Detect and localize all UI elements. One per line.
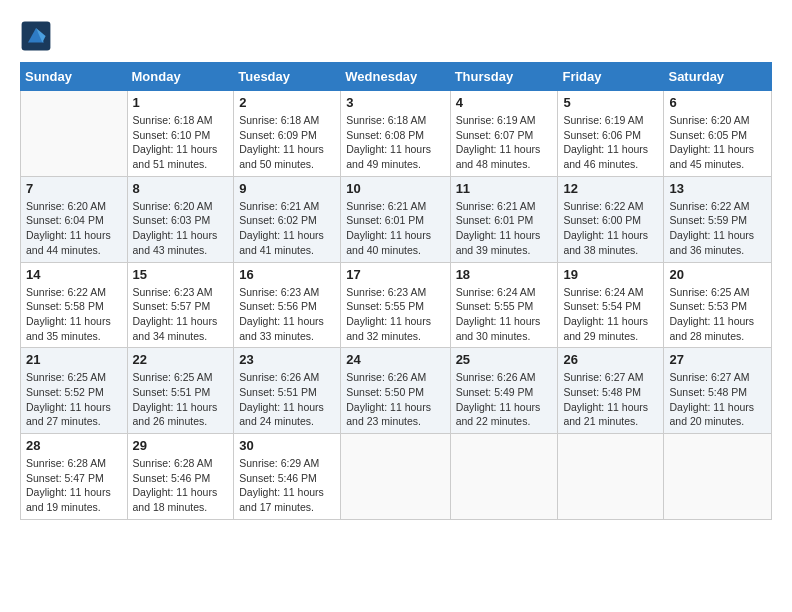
day-info: Sunrise: 6:27 AMSunset: 5:48 PMDaylight:… — [669, 370, 766, 429]
day-info: Sunrise: 6:28 AMSunset: 5:46 PMDaylight:… — [133, 456, 229, 515]
day-info: Sunrise: 6:28 AMSunset: 5:47 PMDaylight:… — [26, 456, 122, 515]
day-cell: 26Sunrise: 6:27 AMSunset: 5:48 PMDayligh… — [558, 348, 664, 434]
day-info: Sunrise: 6:20 AMSunset: 6:04 PMDaylight:… — [26, 199, 122, 258]
day-number: 12 — [563, 181, 658, 196]
day-number: 23 — [239, 352, 335, 367]
day-info: Sunrise: 6:21 AMSunset: 6:01 PMDaylight:… — [456, 199, 553, 258]
day-info: Sunrise: 6:20 AMSunset: 6:03 PMDaylight:… — [133, 199, 229, 258]
day-cell: 18Sunrise: 6:24 AMSunset: 5:55 PMDayligh… — [450, 262, 558, 348]
day-number: 28 — [26, 438, 122, 453]
day-number: 3 — [346, 95, 444, 110]
header — [20, 20, 772, 52]
day-number: 18 — [456, 267, 553, 282]
week-row-2: 7Sunrise: 6:20 AMSunset: 6:04 PMDaylight… — [21, 176, 772, 262]
week-row-1: 1Sunrise: 6:18 AMSunset: 6:10 PMDaylight… — [21, 91, 772, 177]
day-number: 20 — [669, 267, 766, 282]
day-cell: 25Sunrise: 6:26 AMSunset: 5:49 PMDayligh… — [450, 348, 558, 434]
day-info: Sunrise: 6:23 AMSunset: 5:57 PMDaylight:… — [133, 285, 229, 344]
day-cell — [341, 434, 450, 520]
header-row: SundayMondayTuesdayWednesdayThursdayFrid… — [21, 63, 772, 91]
day-number: 22 — [133, 352, 229, 367]
day-number: 6 — [669, 95, 766, 110]
day-number: 27 — [669, 352, 766, 367]
header-cell-thursday: Thursday — [450, 63, 558, 91]
header-cell-wednesday: Wednesday — [341, 63, 450, 91]
day-cell — [21, 91, 128, 177]
day-cell: 20Sunrise: 6:25 AMSunset: 5:53 PMDayligh… — [664, 262, 772, 348]
day-cell: 12Sunrise: 6:22 AMSunset: 6:00 PMDayligh… — [558, 176, 664, 262]
day-info: Sunrise: 6:25 AMSunset: 5:51 PMDaylight:… — [133, 370, 229, 429]
day-number: 8 — [133, 181, 229, 196]
day-cell — [664, 434, 772, 520]
day-number: 4 — [456, 95, 553, 110]
day-info: Sunrise: 6:24 AMSunset: 5:54 PMDaylight:… — [563, 285, 658, 344]
day-info: Sunrise: 6:29 AMSunset: 5:46 PMDaylight:… — [239, 456, 335, 515]
header-cell-monday: Monday — [127, 63, 234, 91]
day-info: Sunrise: 6:18 AMSunset: 6:10 PMDaylight:… — [133, 113, 229, 172]
day-info: Sunrise: 6:24 AMSunset: 5:55 PMDaylight:… — [456, 285, 553, 344]
day-cell: 8Sunrise: 6:20 AMSunset: 6:03 PMDaylight… — [127, 176, 234, 262]
week-row-3: 14Sunrise: 6:22 AMSunset: 5:58 PMDayligh… — [21, 262, 772, 348]
day-number: 16 — [239, 267, 335, 282]
header-cell-sunday: Sunday — [21, 63, 128, 91]
day-info: Sunrise: 6:22 AMSunset: 5:59 PMDaylight:… — [669, 199, 766, 258]
day-info: Sunrise: 6:26 AMSunset: 5:51 PMDaylight:… — [239, 370, 335, 429]
day-number: 21 — [26, 352, 122, 367]
day-cell: 2Sunrise: 6:18 AMSunset: 6:09 PMDaylight… — [234, 91, 341, 177]
day-info: Sunrise: 6:22 AMSunset: 6:00 PMDaylight:… — [563, 199, 658, 258]
day-cell: 28Sunrise: 6:28 AMSunset: 5:47 PMDayligh… — [21, 434, 128, 520]
day-info: Sunrise: 6:20 AMSunset: 6:05 PMDaylight:… — [669, 113, 766, 172]
day-cell: 30Sunrise: 6:29 AMSunset: 5:46 PMDayligh… — [234, 434, 341, 520]
day-number: 24 — [346, 352, 444, 367]
day-number: 25 — [456, 352, 553, 367]
week-row-5: 28Sunrise: 6:28 AMSunset: 5:47 PMDayligh… — [21, 434, 772, 520]
day-number: 29 — [133, 438, 229, 453]
day-cell: 29Sunrise: 6:28 AMSunset: 5:46 PMDayligh… — [127, 434, 234, 520]
day-number: 1 — [133, 95, 229, 110]
week-row-4: 21Sunrise: 6:25 AMSunset: 5:52 PMDayligh… — [21, 348, 772, 434]
day-number: 14 — [26, 267, 122, 282]
day-cell — [450, 434, 558, 520]
day-number: 30 — [239, 438, 335, 453]
day-number: 17 — [346, 267, 444, 282]
day-number: 7 — [26, 181, 122, 196]
day-info: Sunrise: 6:23 AMSunset: 5:56 PMDaylight:… — [239, 285, 335, 344]
day-number: 26 — [563, 352, 658, 367]
day-cell: 22Sunrise: 6:25 AMSunset: 5:51 PMDayligh… — [127, 348, 234, 434]
calendar-table: SundayMondayTuesdayWednesdayThursdayFrid… — [20, 62, 772, 520]
day-cell: 11Sunrise: 6:21 AMSunset: 6:01 PMDayligh… — [450, 176, 558, 262]
day-cell: 1Sunrise: 6:18 AMSunset: 6:10 PMDaylight… — [127, 91, 234, 177]
calendar-header: SundayMondayTuesdayWednesdayThursdayFrid… — [21, 63, 772, 91]
day-cell: 13Sunrise: 6:22 AMSunset: 5:59 PMDayligh… — [664, 176, 772, 262]
logo — [20, 20, 56, 52]
day-info: Sunrise: 6:18 AMSunset: 6:08 PMDaylight:… — [346, 113, 444, 172]
day-cell: 16Sunrise: 6:23 AMSunset: 5:56 PMDayligh… — [234, 262, 341, 348]
day-info: Sunrise: 6:22 AMSunset: 5:58 PMDaylight:… — [26, 285, 122, 344]
day-info: Sunrise: 6:19 AMSunset: 6:07 PMDaylight:… — [456, 113, 553, 172]
day-cell: 19Sunrise: 6:24 AMSunset: 5:54 PMDayligh… — [558, 262, 664, 348]
day-info: Sunrise: 6:26 AMSunset: 5:49 PMDaylight:… — [456, 370, 553, 429]
day-cell — [558, 434, 664, 520]
day-cell: 10Sunrise: 6:21 AMSunset: 6:01 PMDayligh… — [341, 176, 450, 262]
day-cell: 21Sunrise: 6:25 AMSunset: 5:52 PMDayligh… — [21, 348, 128, 434]
header-cell-friday: Friday — [558, 63, 664, 91]
day-cell: 6Sunrise: 6:20 AMSunset: 6:05 PMDaylight… — [664, 91, 772, 177]
logo-icon — [20, 20, 52, 52]
day-number: 5 — [563, 95, 658, 110]
day-number: 13 — [669, 181, 766, 196]
day-info: Sunrise: 6:25 AMSunset: 5:53 PMDaylight:… — [669, 285, 766, 344]
day-cell: 27Sunrise: 6:27 AMSunset: 5:48 PMDayligh… — [664, 348, 772, 434]
day-cell: 24Sunrise: 6:26 AMSunset: 5:50 PMDayligh… — [341, 348, 450, 434]
day-cell: 5Sunrise: 6:19 AMSunset: 6:06 PMDaylight… — [558, 91, 664, 177]
calendar-body: 1Sunrise: 6:18 AMSunset: 6:10 PMDaylight… — [21, 91, 772, 520]
day-number: 2 — [239, 95, 335, 110]
day-cell: 17Sunrise: 6:23 AMSunset: 5:55 PMDayligh… — [341, 262, 450, 348]
day-number: 10 — [346, 181, 444, 196]
day-info: Sunrise: 6:25 AMSunset: 5:52 PMDaylight:… — [26, 370, 122, 429]
day-info: Sunrise: 6:27 AMSunset: 5:48 PMDaylight:… — [563, 370, 658, 429]
day-number: 19 — [563, 267, 658, 282]
day-number: 15 — [133, 267, 229, 282]
day-cell: 23Sunrise: 6:26 AMSunset: 5:51 PMDayligh… — [234, 348, 341, 434]
day-cell: 7Sunrise: 6:20 AMSunset: 6:04 PMDaylight… — [21, 176, 128, 262]
header-cell-saturday: Saturday — [664, 63, 772, 91]
